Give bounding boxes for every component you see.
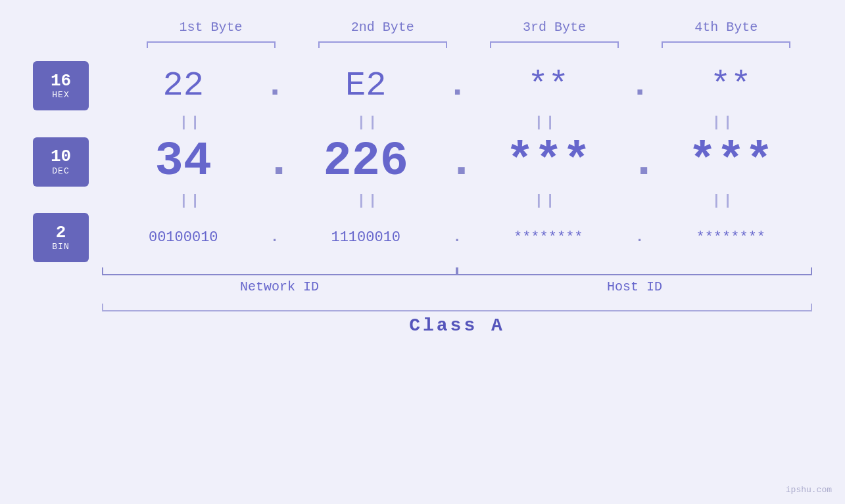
bin-badge-label: BIN xyxy=(52,242,69,252)
bin-byte-3: ******** xyxy=(467,229,630,246)
network-id-label: Network ID xyxy=(102,279,457,294)
hex-byte-1: 22 xyxy=(102,66,265,105)
equals-row-2: || || || || xyxy=(33,193,812,209)
header-byte-4: 4th Byte xyxy=(640,20,812,35)
bracket-cell-2 xyxy=(297,41,468,48)
dec-sep-3: . xyxy=(630,135,650,189)
class-bracket-row xyxy=(33,304,812,311)
hex-badge-number: 16 xyxy=(51,72,71,91)
hex-badge-label: HEX xyxy=(52,90,69,100)
dec-sep-2: . xyxy=(447,135,467,189)
class-label: Class A xyxy=(409,315,505,336)
bin-byte-1: 00100010 xyxy=(102,229,265,246)
equals-7: || xyxy=(535,193,557,209)
bracket-4 xyxy=(662,41,790,48)
dec-badge-number: 10 xyxy=(51,147,71,166)
bracket-cell-3 xyxy=(469,41,640,48)
byte-headers: 1st Byte 2nd Byte 3rd Byte 4th Byte xyxy=(33,20,812,35)
host-bracket xyxy=(457,267,812,275)
bin-sep-2: . xyxy=(447,229,467,246)
equals-8: || xyxy=(712,193,735,209)
header-byte-3: 3rd Byte xyxy=(469,20,640,35)
bracket-cell-1 xyxy=(125,41,297,48)
bin-sep-1: . xyxy=(265,229,285,246)
bin-badge: 2 BIN xyxy=(33,213,89,262)
equals-cell-5: || xyxy=(102,193,279,209)
bracket-1 xyxy=(147,41,276,48)
id-brackets-row xyxy=(33,267,812,275)
equals-cell-3: || xyxy=(457,114,635,131)
dec-values: 34 . 226 . *** . *** xyxy=(102,135,812,189)
equals-cell-4: || xyxy=(635,114,812,131)
dec-row: 10 DEC 34 . 226 . *** . *** xyxy=(33,135,812,189)
main-container: 1st Byte 2nd Byte 3rd Byte 4th Byte 16 H… xyxy=(0,0,845,504)
hex-byte-2: E2 xyxy=(285,66,448,105)
equals-5: || xyxy=(180,193,202,209)
hex-byte-4: ** xyxy=(650,66,813,105)
equals-cell-6: || xyxy=(279,193,457,209)
hex-sep-2: . xyxy=(447,66,467,105)
hex-sep-1: . xyxy=(265,66,285,105)
equals-4: || xyxy=(712,114,735,131)
bin-values: 00100010 . 11100010 . ******** . *******… xyxy=(102,229,812,246)
bin-row: 2 BIN 00100010 . 11100010 . ******** . *… xyxy=(33,213,812,262)
equals-row-1: || || || || xyxy=(33,114,812,131)
hex-row: 16 HEX 22 . E2 . ** . ** xyxy=(33,61,812,110)
hex-sep-3: . xyxy=(630,66,650,105)
equals-cell-1: || xyxy=(102,114,279,131)
bin-byte-4: ******** xyxy=(650,229,813,246)
header-byte-2: 2nd Byte xyxy=(297,20,468,35)
equals-3: || xyxy=(535,114,557,131)
bracket-cell-4 xyxy=(640,41,812,48)
header-byte-1: 1st Byte xyxy=(125,20,297,35)
bracket-2 xyxy=(318,41,447,48)
dec-badge-label: DEC xyxy=(52,166,69,176)
bin-badge-number: 2 xyxy=(56,223,66,242)
class-label-row: Class A xyxy=(33,315,812,336)
dec-byte-1: 34 xyxy=(102,135,265,189)
hex-byte-3: ** xyxy=(467,66,630,105)
watermark: ipshu.com xyxy=(786,485,832,495)
dec-sep-1: . xyxy=(265,135,285,189)
dec-byte-2: 226 xyxy=(285,135,448,189)
equals-2: || xyxy=(357,114,379,131)
class-bracket xyxy=(102,304,812,311)
dec-badge: 10 DEC xyxy=(33,137,89,187)
equals-cell-7: || xyxy=(457,193,635,209)
dec-byte-3: *** xyxy=(467,135,630,189)
equals-cell-8: || xyxy=(635,193,812,209)
dec-byte-4: *** xyxy=(650,135,813,189)
equals-1: || xyxy=(180,114,202,131)
hex-badge: 16 HEX xyxy=(33,61,89,110)
equals-cell-2: || xyxy=(279,114,457,131)
id-labels-row: Network ID Host ID xyxy=(33,279,812,294)
top-brackets xyxy=(33,41,812,48)
bin-sep-3: . xyxy=(630,229,650,246)
bin-byte-2: 11100010 xyxy=(285,229,448,246)
host-id-label: Host ID xyxy=(457,279,812,294)
bracket-3 xyxy=(490,41,619,48)
hex-values: 22 . E2 . ** . ** xyxy=(102,66,812,105)
network-bracket xyxy=(102,267,457,275)
equals-6: || xyxy=(357,193,379,209)
